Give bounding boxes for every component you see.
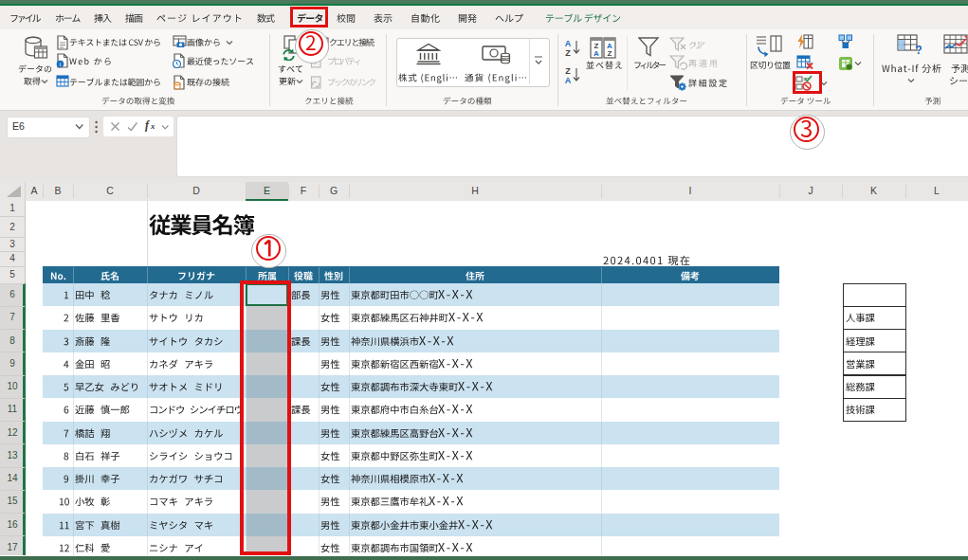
- svg-text:Z: Z: [608, 49, 612, 58]
- svg-text:Z: Z: [565, 66, 571, 76]
- svg-text:Z: Z: [565, 48, 571, 57]
- svg-text:A: A: [565, 76, 572, 84]
- svg-text:A: A: [565, 39, 572, 48]
- svg-text:?: ?: [915, 43, 922, 56]
- svg-text:i: i: [60, 61, 62, 67]
- svg-text:A: A: [594, 49, 599, 58]
